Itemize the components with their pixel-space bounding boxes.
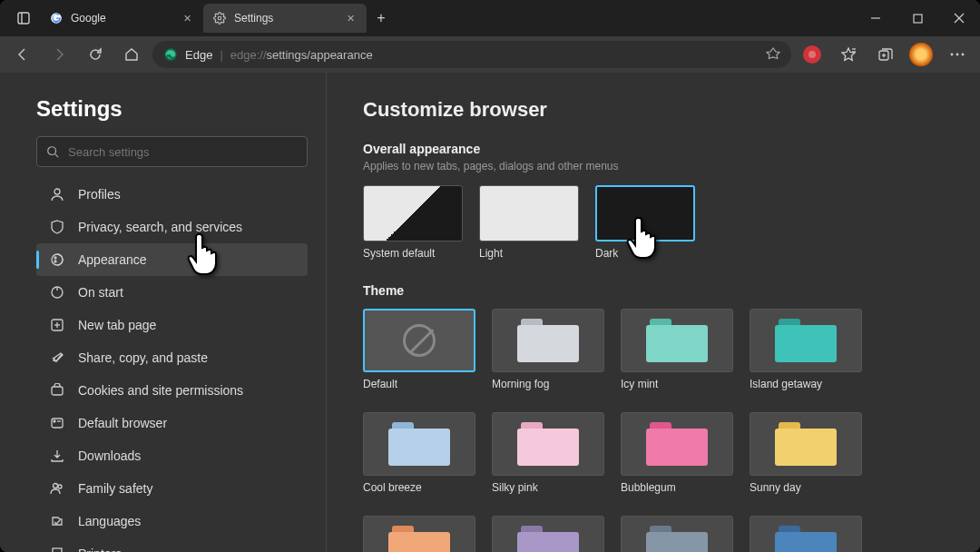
refresh-button[interactable]	[80, 40, 111, 69]
tab-settings[interactable]: Settings ✕	[203, 4, 367, 33]
profile-avatar[interactable]	[906, 40, 936, 69]
new-tab-button[interactable]: +	[367, 4, 396, 33]
sidebar-item-on-start[interactable]: On start	[36, 276, 308, 309]
theme-preview	[621, 412, 733, 476]
sidebar-item-share-copy-and-paste[interactable]: Share, copy, and paste	[36, 341, 308, 374]
theme-option-silky-pink[interactable]: Silky pink	[492, 412, 604, 499]
theme-option-11[interactable]	[750, 516, 862, 552]
sidebar-item-cookies-and-site-permissions[interactable]: Cookies and site permissions	[36, 374, 308, 407]
svg-point-18	[48, 147, 56, 155]
svg-point-20	[54, 189, 60, 194]
back-button[interactable]	[7, 40, 38, 69]
theme-preview	[363, 516, 475, 552]
sidebar-item-default-browser[interactable]: Default browser	[36, 407, 308, 439]
favorites-button[interactable]	[833, 40, 864, 69]
overall-appearance-title: Overall appearance	[363, 142, 944, 156]
edge-logo-icon	[163, 47, 178, 62]
tab-actions-icon[interactable]	[7, 11, 40, 25]
sidebar-item-label: Privacy, search, and services	[78, 220, 242, 234]
theme-preview	[492, 516, 604, 552]
home-button[interactable]	[116, 40, 147, 69]
nav-icon	[49, 284, 65, 301]
appearance-label: Light	[479, 245, 579, 265]
settings-title: Settings	[36, 96, 308, 122]
sidebar-item-languages[interactable]: Languages	[36, 505, 308, 537]
tab-google[interactable]: Google ✕	[40, 4, 203, 33]
svg-point-33	[54, 484, 58, 488]
theme-label: Cool breeze	[363, 479, 475, 499]
collections-button[interactable]	[869, 40, 900, 69]
appearance-option-system-default[interactable]: System default	[363, 185, 463, 265]
theme-option-9[interactable]	[492, 516, 604, 552]
search-input[interactable]	[68, 145, 298, 159]
close-icon[interactable]: ✕	[180, 11, 194, 25]
sidebar-item-label: Share, copy, and paste	[78, 350, 208, 365]
sidebar-item-label: Profiles	[78, 187, 121, 202]
theme-preview	[492, 309, 604, 372]
theme-label: Default	[363, 376, 475, 396]
search-settings[interactable]	[36, 136, 308, 167]
theme-option-sunny-day[interactable]: Sunny day	[750, 412, 862, 499]
theme-option-default[interactable]: Default	[363, 309, 475, 396]
minimize-button[interactable]	[855, 0, 897, 36]
theme-preview	[621, 516, 733, 552]
theme-label: Silky pink	[492, 479, 604, 499]
theme-preview	[363, 309, 475, 372]
forward-button[interactable]	[44, 40, 74, 69]
theme-preview	[750, 516, 862, 552]
theme-option-island-getaway[interactable]: Island getaway	[750, 309, 862, 396]
theme-label: Bubblegum	[621, 479, 733, 499]
browser-window: Google ✕ Settings ✕ + Edge |	[0, 0, 980, 552]
theme-option-8[interactable]	[363, 516, 475, 552]
svg-point-17	[962, 54, 965, 56]
sidebar-item-printers[interactable]: Printers	[36, 537, 308, 552]
nav-icon	[49, 219, 65, 235]
read-aloud-icon[interactable]	[766, 47, 780, 62]
settings-nav: ProfilesPrivacy, search, and servicesApp…	[36, 178, 308, 552]
theme-option-morning-fog[interactable]: Morning fog	[492, 309, 604, 396]
nav-icon	[49, 480, 65, 497]
more-button[interactable]	[942, 40, 973, 69]
appearance-label: Dark	[595, 245, 695, 265]
close-icon[interactable]: ✕	[343, 11, 358, 25]
maximize-button[interactable]	[897, 0, 938, 36]
appearance-option-light[interactable]: Light	[479, 185, 579, 265]
close-window-button[interactable]	[938, 0, 980, 36]
theme-option-10[interactable]	[621, 516, 733, 552]
theme-options: DefaultMorning fogIcy mintIsland getaway…	[363, 309, 944, 552]
sidebar-item-label: Appearance	[78, 252, 147, 267]
theme-title: Theme	[363, 283, 944, 298]
theme-option-icy-mint[interactable]: Icy mint	[621, 309, 733, 396]
sidebar-item-label: On start	[78, 285, 123, 300]
address-bar[interactable]: Edge | edge://settings/appearance	[152, 41, 791, 68]
sidebar-item-new-tab-page[interactable]: New tab page	[36, 309, 308, 341]
url-text: edge://settings/appearance	[230, 48, 373, 62]
sidebar-item-family-safety[interactable]: Family safety	[36, 472, 308, 505]
nav-icon	[49, 186, 65, 202]
theme-label: Morning fog	[492, 376, 604, 396]
google-favicon	[49, 11, 64, 25]
nav-icon	[49, 350, 65, 366]
appearance-option-dark[interactable]: Dark	[595, 185, 695, 265]
theme-preview	[492, 412, 604, 476]
appearance-label: System default	[363, 245, 463, 265]
titlebar: Google ✕ Settings ✕ +	[0, 0, 980, 36]
extension-badge[interactable]	[797, 40, 828, 69]
sidebar-item-label: Cookies and site permissions	[78, 383, 243, 398]
toolbar: Edge | edge://settings/appearance	[0, 36, 980, 73]
sidebar-item-downloads[interactable]: Downloads	[36, 439, 308, 472]
theme-option-bubblegum[interactable]: Bubblegum	[621, 412, 733, 499]
brand-label: Edge	[185, 48, 212, 62]
overall-appearance-sub: Applies to new tabs, pages, dialogs and …	[363, 160, 944, 172]
sidebar-item-profiles[interactable]: Profiles	[36, 178, 308, 211]
sidebar-item-appearance[interactable]: Appearance	[36, 243, 308, 276]
sidebar-item-label: Default browser	[78, 416, 167, 430]
appearance-preview	[595, 185, 695, 242]
svg-rect-35	[53, 548, 62, 552]
sidebar-item-privacy-search-and-services[interactable]: Privacy, search, and services	[36, 211, 308, 243]
appearance-options: System defaultLightDark	[363, 185, 944, 265]
theme-option-cool-breeze[interactable]: Cool breeze	[363, 412, 475, 499]
appearance-preview	[363, 185, 463, 242]
sidebar-item-label: Languages	[78, 514, 141, 528]
svg-rect-5	[914, 15, 922, 23]
